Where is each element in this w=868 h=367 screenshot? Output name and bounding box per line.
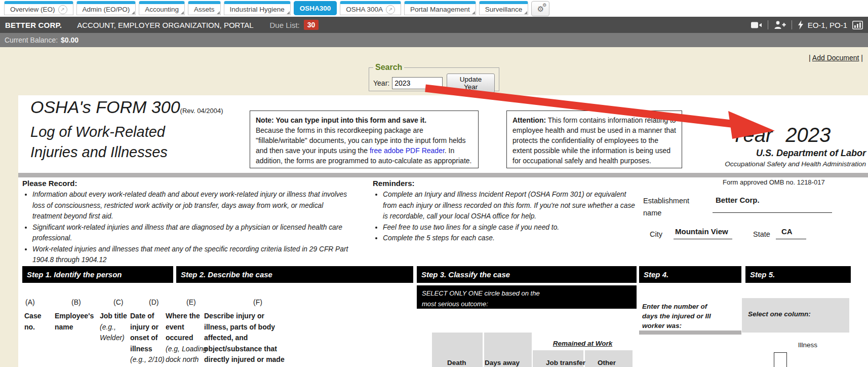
column-describe-injury: (F) Describe injury or illness, parts of… [204, 298, 290, 365]
column-hint: (e.g., Welder) [100, 322, 131, 344]
tab-label: Industrial Hygiene [230, 4, 285, 15]
step5-select-box: Select one column: [742, 298, 849, 333]
tab-admin-eo-po[interactable]: Admin (EO/PO) [76, 1, 136, 15]
tab-osha300-active[interactable]: OSHA300 [294, 1, 337, 15]
reminders-section: Reminders: Complete an Injury and Illnes… [373, 179, 636, 244]
osha-form-300: OSHA's FORM 300(Rev. 04/2004) Log of Wor… [18, 95, 868, 367]
form-title: OSHA's FORM 300(Rev. 04/2004) [30, 97, 223, 117]
column-job-title: (C) Job title (e.g., Welder) [100, 298, 131, 344]
tab-assets[interactable]: Assets [188, 1, 221, 15]
year-input[interactable] [392, 77, 443, 89]
establishment-underline [713, 212, 832, 213]
osha300-portal-page: Overview (EO) ↗ Admin (EO/PO) Accounting… [0, 0, 868, 367]
entity-label: EO-1, PO-1 [808, 21, 847, 29]
days-away-label: Days away [485, 359, 520, 366]
bullet-item: Feel free to use two lines for a single … [383, 222, 636, 233]
step5-instruction: Select one column: [748, 310, 849, 318]
lightning-icon[interactable] [798, 20, 804, 29]
add-document-link[interactable]: Add Document [812, 54, 859, 62]
tab-label: Accounting [145, 4, 179, 15]
bullet-item: Significant work-related injuries and il… [32, 222, 350, 244]
separator: | [809, 54, 811, 62]
tab-label: OSHA300 [300, 3, 331, 14]
remained-at-work-heading: Remained at Work [533, 340, 633, 347]
column-date-of-injury: (D) Date of injury or onset of illness (… [130, 298, 166, 365]
step4-gray-bar [639, 331, 741, 335]
tab-osha300a[interactable]: OSHA 300A ↗ [340, 1, 401, 15]
reminders-heading: Reminders: [373, 179, 636, 188]
add-user-icon[interactable] [774, 21, 786, 29]
step4-instruction: Enter the number of days the injured or … [642, 302, 716, 331]
column-where-event: (E) Where the event occured (e.g, Loadin… [166, 298, 207, 365]
popout-icon[interactable]: ↗ [58, 5, 67, 14]
tab-bar: Overview (EO) ↗ Admin (EO/PO) Accounting… [0, 0, 868, 17]
popout-icon[interactable]: ↗ [386, 5, 395, 14]
update-year-button[interactable]: Update Year [447, 74, 495, 93]
company-name: BETTER CORP. [5, 21, 62, 29]
city-label: City [650, 230, 662, 238]
column-letter: (F) [253, 298, 290, 306]
bullet-item: Complete the 5 steps for each case. [383, 233, 636, 244]
death-label: Death [447, 359, 466, 366]
column-hint: (e.g., 2/10) [130, 354, 166, 365]
illness-label: Illness [772, 341, 843, 349]
form-year-value: 2023 [785, 124, 831, 146]
please-record-heading: Please Record: [22, 179, 350, 188]
column-hint: (e.g, Loading dock north [166, 344, 207, 365]
section-divider [18, 173, 868, 177]
note-box: Note: You can type input into this form … [250, 111, 479, 168]
reminders-bullets: Complete an Injury and Illness Incident … [373, 189, 636, 244]
step1-header: Step 1. Identify the person [22, 266, 173, 283]
tab-label: Admin (EO/PO) [83, 4, 130, 15]
column-letter: (C) [113, 298, 131, 306]
step2-header: Step 2. Describe the case [176, 266, 413, 283]
please-record-bullets: Information about every work-related dea… [22, 189, 350, 266]
account-context: ACCOUNT, EMPLOYER ORGANIZATION, PORTAL [77, 21, 253, 29]
separator: | [861, 54, 863, 62]
establishment-label: Establishment name [643, 195, 700, 219]
column-title: Job title [100, 311, 131, 322]
divider [768, 20, 768, 29]
column-letter: (B) [71, 298, 99, 306]
step3-instruction: SELECT ONLY ONE circle based on the most… [417, 285, 637, 309]
adobe-reader-link[interactable]: free adobe PDF Reader [370, 146, 445, 155]
other-label: Other [598, 359, 616, 366]
balance-value: $0.00 [61, 36, 78, 44]
establishment-value: Better Corp. [716, 196, 760, 204]
account-header-bar: BETTER CORP. ACCOUNT, EMPLOYER ORGANIZAT… [0, 17, 868, 33]
tab-surveillance[interactable]: Surveillance [479, 1, 529, 15]
tab-label: Surveillance [485, 4, 523, 15]
state-underline [776, 239, 806, 239]
gear-icon-small: ⚙ [542, 3, 546, 8]
balance-bar: Current Balance: $0.00 [0, 33, 868, 47]
stats-icon[interactable] [852, 21, 863, 29]
search-panel: Search Year: Update Year [369, 63, 499, 91]
tab-label: Overview (EO) [10, 4, 55, 15]
column-letter: (A) [25, 298, 54, 306]
column-title: Employee's name [55, 311, 99, 333]
tab-portal-management[interactable]: Portal Management [404, 1, 476, 15]
column-title: Case no. [24, 311, 54, 333]
city-underline [674, 239, 732, 239]
step5-header: Step 5. [745, 266, 851, 283]
job-transfer-label: Job transfer [546, 359, 585, 366]
divider [792, 20, 792, 29]
tab-accounting[interactable]: Accounting [139, 1, 185, 15]
state-value: CA [781, 227, 793, 236]
step3-header: Step 3. Classify the case [417, 266, 637, 283]
video-camera-icon[interactable] [751, 21, 762, 29]
column-letter: (D) [149, 298, 166, 306]
form-subtitle: Log of Work-Related Injuries and Illness… [30, 122, 168, 162]
search-legend: Search [373, 63, 404, 72]
tab-industrial-hygiene[interactable]: Industrial Hygiene [224, 1, 291, 15]
column-title: Date of injury or onset of illness [130, 311, 166, 354]
attention-heading: Attention: [512, 116, 546, 124]
due-list-label: Due List: [270, 21, 300, 29]
city-value: Mountain View [675, 227, 728, 236]
tab-overview-eo[interactable]: Overview (EO) ↗ [4, 1, 73, 15]
form-year-display: Year2023 [731, 124, 831, 146]
balance-label: Current Balance: [5, 36, 58, 44]
settings-button[interactable]: ⚙ ⚙ [531, 1, 549, 16]
due-list-count-badge[interactable]: 30 [304, 20, 319, 30]
bullet-item: Work-related injuries and illnesses that… [32, 244, 350, 266]
